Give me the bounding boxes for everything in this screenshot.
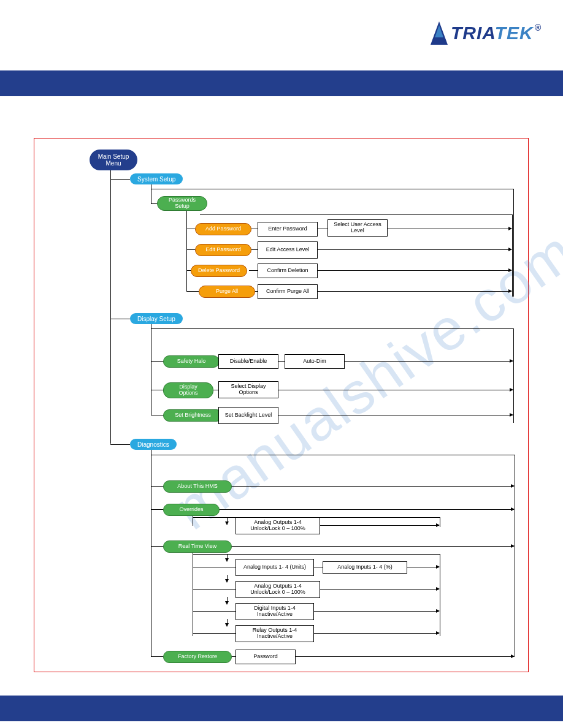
auto-dim: Auto-Dim (285, 354, 345, 369)
logo-text: TRIATEK® (451, 23, 542, 44)
select-user-access: Select User Access Level (327, 219, 388, 237)
system-setup: System Setup (130, 173, 183, 184)
display-options: Display Options (163, 382, 213, 398)
edit-password: Edit Password (195, 244, 251, 256)
header-bar (0, 70, 563, 96)
digital-inputs: Digital Inputs 1-4 Inactive/Active (236, 603, 314, 620)
analog-inputs-units: Analog Inputs 1- 4 (Units) (236, 559, 314, 576)
about-this-hms: About This HMS (163, 480, 232, 493)
safety-halo: Safety Halo (163, 355, 220, 368)
logo-triangle-icon (431, 21, 448, 45)
analog-outputs-lock-2: Analog Outputs 1-4 Unlock/Lock 0 – 100% (236, 581, 320, 598)
confirm-deletion: Confirm Deletion (258, 264, 318, 278)
select-display-options: Select Display Options (218, 381, 278, 398)
diagnostics: Diagnostics (130, 439, 177, 450)
relay-outputs: Relay Outputs 1-4 Inactive/Active (236, 625, 314, 642)
confirm-purge-all: Confirm Purge All (258, 284, 318, 299)
real-time-view: Real Time View (163, 540, 232, 553)
footer-bar (0, 696, 563, 721)
add-password: Add Password (195, 223, 251, 235)
enter-password: Enter Password (258, 222, 318, 237)
factory-restore: Factory Restore (163, 651, 232, 663)
display-setup: Display Setup (130, 313, 183, 324)
main-setup-menu: Main Setup Menu (90, 150, 137, 170)
set-brightness: Set Brightness (163, 409, 223, 422)
analog-inputs-percent: Analog Inputs 1- 4 (%) (323, 561, 407, 574)
passwords-setup: Passwords Setup (157, 196, 207, 211)
delete-password: Delete Password (191, 265, 247, 277)
edit-access-level: Edit Access Level (258, 241, 318, 259)
password-box: Password (236, 650, 296, 664)
diagram-frame: manualshive.com Main Setup Menu System S… (34, 138, 529, 672)
overrides: Overrides (163, 504, 220, 516)
page: TRIATEK® manualshive.com Main Setup Menu… (0, 0, 563, 728)
analog-outputs-lock-1: Analog Outputs 1-4 Unlock/Lock 0 – 100% (236, 517, 320, 534)
set-backlight-level: Set Backlight Level (218, 407, 278, 424)
purge-all: Purge All (199, 286, 255, 298)
logo: TRIATEK® (431, 21, 542, 45)
disable-enable: Disable/Enable (218, 354, 278, 369)
